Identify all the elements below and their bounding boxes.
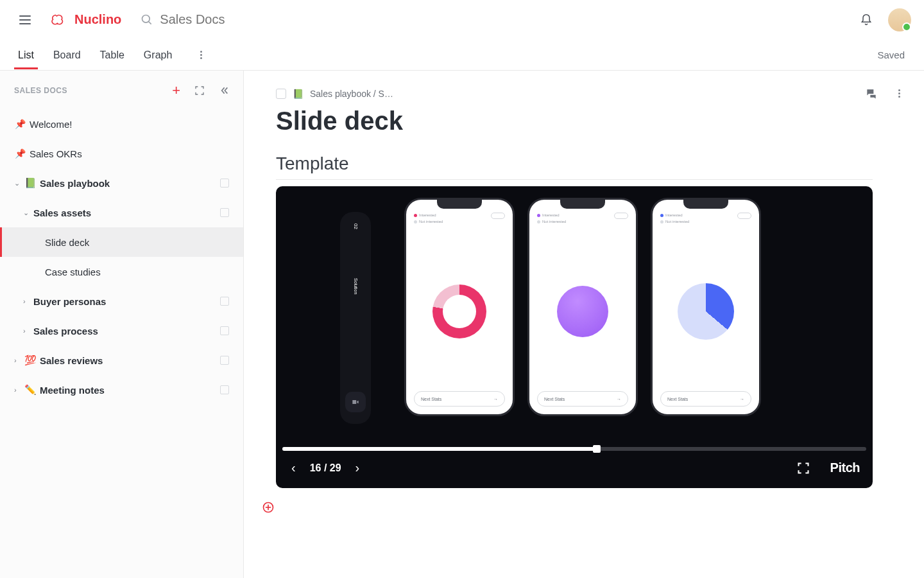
slide-embed[interactable]: 02 Solution Interested Not interested [276, 186, 873, 488]
toggle-icon [491, 213, 505, 219]
chevron-right-icon[interactable]: › [14, 386, 22, 394]
chevron-right-icon[interactable]: › [14, 356, 22, 364]
sidebar-item-case-studies[interactable]: Case studies [0, 257, 243, 286]
avatar[interactable] [888, 8, 911, 31]
next-button: Next Stats→ [537, 391, 628, 407]
app-logo[interactable]: Nuclino [50, 12, 121, 28]
search-icon [141, 13, 153, 26]
slide-counter: 16 / 29 [310, 462, 341, 474]
tabs-more-icon[interactable] [195, 49, 207, 61]
copy-icon[interactable] [220, 385, 229, 394]
circle-chart-icon [557, 286, 608, 337]
next-button: Next Stats→ [414, 391, 505, 407]
sidebar-item-label: Buyer personas [33, 296, 220, 307]
fullscreen-icon[interactable] [797, 462, 810, 475]
pin-icon: 📌 [14, 148, 26, 159]
sidebar-item-notes[interactable]: › ✏️ Meeting notes [0, 375, 243, 405]
sidebar-item-assets[interactable]: ⌄ Sales assets [0, 198, 243, 227]
app-name: Nuclino [74, 12, 121, 27]
sidebar-item-playbook[interactable]: ⌄ 📗 Sales playbook [0, 168, 243, 198]
menu-icon[interactable] [19, 12, 35, 28]
sidebar-item-label: Meeting notes [40, 385, 220, 396]
sidebar-item-welcome[interactable]: 📌 Welcome! [0, 109, 243, 139]
svg-point-0 [142, 15, 150, 22]
pitch-logo: Pitch [830, 460, 860, 475]
chart-legend: Interested Not interested [537, 213, 566, 225]
sidebar-title: SALES DOCS [14, 86, 67, 95]
sidebar-item-reviews[interactable]: › 💯 Sales reviews [0, 346, 243, 375]
pencil-icon: ✏️ [24, 384, 36, 396]
tab-board[interactable]: Board [53, 42, 81, 69]
expand-icon[interactable] [194, 85, 205, 96]
sidebar-item-label: Sales process [33, 326, 220, 337]
copy-icon[interactable] [220, 356, 229, 365]
comments-icon[interactable] [865, 87, 878, 100]
slide-progress[interactable] [282, 447, 866, 451]
page-title: Slide deck [276, 107, 873, 136]
saved-status: Saved [877, 49, 905, 60]
pin-icon: 📌 [14, 119, 26, 129]
breadcrumb-text: Sales playbook / S… [310, 89, 393, 99]
main-content: 📗 Sales playbook / S… Slide deck Templat… [244, 71, 924, 578]
copy-icon[interactable] [220, 297, 229, 306]
sidebar-item-label: Welcome! [30, 119, 229, 130]
collapse-sidebar-icon[interactable] [219, 85, 229, 96]
chevron-down-icon[interactable]: ⌄ [14, 179, 22, 188]
toggle-icon [614, 213, 628, 219]
search-wrap[interactable] [141, 12, 860, 27]
book-icon: 📗 [293, 89, 304, 99]
chevron-right-icon[interactable]: › [23, 297, 31, 305]
hundred-icon: 💯 [24, 355, 36, 366]
sidebar-item-label: Sales reviews [40, 355, 220, 366]
sidebar-item-label: Slide deck [45, 237, 229, 248]
phone-mockup-1: Interested Not interested Next Stats→ [404, 198, 515, 416]
pie-chart-icon [678, 283, 734, 340]
add-block-button[interactable] [262, 501, 873, 516]
phone-mockup-3: Interested Not interested Next Stats→ [651, 198, 761, 416]
book-icon: 📗 [24, 177, 36, 189]
add-page-icon[interactable]: + [172, 82, 180, 99]
sidebar-item-slide-deck[interactable]: Slide deck [0, 227, 243, 257]
sidebar-item-process[interactable]: › Sales process [0, 316, 243, 346]
search-input[interactable] [160, 12, 352, 27]
tab-list[interactable]: List [18, 42, 34, 69]
page-more-icon[interactable] [893, 87, 905, 99]
chart-legend: Interested Not interested [660, 213, 689, 225]
sidebar-item-label: Sales assets [33, 207, 220, 218]
sidebar-item-label: Sales OKRs [30, 148, 229, 159]
section-title: Template [276, 153, 873, 174]
copy-icon[interactable] [220, 179, 229, 188]
sidebar-item-personas[interactable]: › Buyer personas [0, 286, 243, 316]
toggle-icon [737, 213, 751, 219]
chevron-down-icon[interactable]: ⌄ [23, 209, 31, 217]
next-button: Next Stats→ [660, 391, 751, 407]
donut-chart-icon [432, 285, 486, 338]
section-divider [276, 179, 873, 180]
next-slide-icon[interactable]: › [353, 458, 363, 478]
svg-line-1 [149, 21, 151, 24]
breadcrumb[interactable]: 📗 Sales playbook / S… [276, 89, 873, 99]
copy-icon[interactable] [220, 208, 229, 217]
sidebar-item-label: Sales playbook [40, 178, 220, 189]
bell-icon[interactable] [860, 13, 873, 26]
copy-icon[interactable] [220, 326, 229, 335]
tab-graph[interactable]: Graph [144, 42, 172, 69]
checkbox-icon[interactable] [276, 89, 286, 99]
chevron-right-icon[interactable]: › [23, 327, 31, 335]
prev-slide-icon[interactable]: ‹ [289, 458, 298, 478]
chart-legend: Interested Not interested [414, 213, 443, 225]
phone-mockup-2: Interested Not interested Next Stats→ [527, 198, 638, 416]
sidebar: SALES DOCS + 📌 Welcome! 📌 Sales OKRs ⌄ 📗… [0, 71, 244, 578]
sidebar-item-label: Case studies [45, 267, 229, 277]
brain-icon [50, 12, 69, 28]
tab-table[interactable]: Table [100, 42, 124, 69]
sidebar-item-okrs[interactable]: 📌 Sales OKRs [0, 139, 243, 168]
